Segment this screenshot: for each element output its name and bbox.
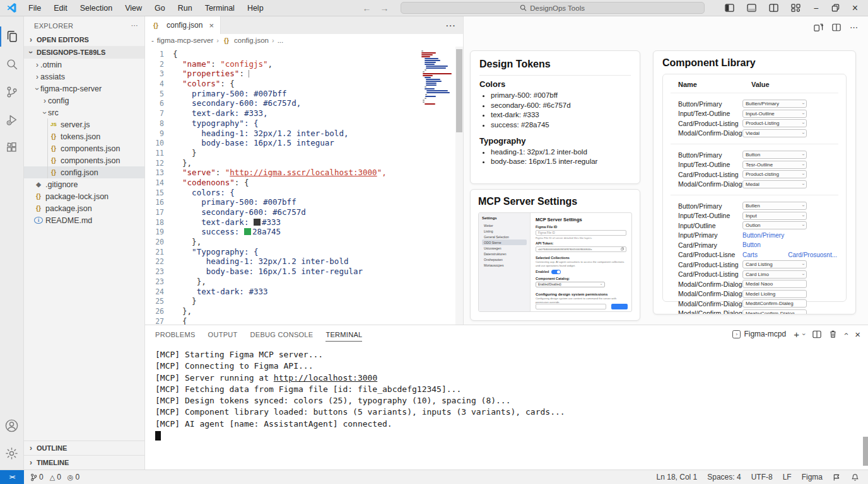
mini-bottom-input[interactable]	[536, 304, 606, 309]
minimize-icon[interactable]: −	[813, 3, 818, 13]
component-variant-select[interactable]: Tesr-Outline›	[742, 161, 807, 169]
code-line[interactable]: 15 colors: {	[145, 188, 419, 198]
component-variant-select[interactable]: Butten/Primary›	[742, 100, 807, 108]
component-variant-select[interactable]: Input-Outline›	[742, 110, 807, 118]
menu-selection[interactable]: Selection	[74, 2, 118, 14]
status-lf[interactable]: LF	[783, 473, 792, 481]
menu-run[interactable]: Run	[172, 2, 198, 14]
tree-item-tokensjson[interactable]: {}tokens.json	[24, 130, 144, 142]
terminal-profile[interactable]: › Figma-mcpd	[732, 330, 786, 338]
status-warning-icon[interactable]: △0	[50, 473, 61, 481]
code-line[interactable]: 18 text-dark: #333	[145, 217, 419, 228]
forward-icon[interactable]: →	[380, 4, 389, 13]
feedback-icon[interactable]	[833, 473, 841, 481]
component-extra-link[interactable]: Card/Prosuosnt...	[788, 251, 837, 258]
tree-item-figma-mcp-server[interactable]: ›figma-mcp-server	[24, 83, 144, 95]
tree-item-src[interactable]: ›src	[24, 107, 144, 118]
tree-item-package-lockjson[interactable]: {}package-lock.json	[24, 190, 144, 202]
component-variant-select[interactable]: Card Listing›	[742, 260, 807, 268]
mini-settings-item[interactable]: Wetter	[482, 222, 527, 228]
layout-split-icon[interactable]	[769, 4, 778, 12]
menu-file[interactable]: File	[23, 2, 47, 14]
component-variant-select[interactable]: Product-Listing›	[742, 119, 807, 127]
component-variant-select[interactable]: Product-cisting›	[742, 170, 807, 178]
explorer-icon[interactable]	[0, 23, 24, 50]
mini-settings-item[interactable]: Datenstrukturen	[482, 251, 527, 256]
code-line[interactable]: 16 primary-500: #007bff	[145, 197, 419, 207]
panel-tab-output[interactable]: OUTPUT	[208, 327, 238, 342]
mini-settings-item[interactable]: General Selection	[482, 234, 527, 239]
copy-icon[interactable]	[621, 247, 624, 251]
component-input[interactable]: MeabyConfirm-Dialog	[742, 309, 807, 314]
status-branch-icon[interactable]: 0	[30, 473, 44, 481]
figma-file-id-input[interactable]: Figma File ID	[536, 230, 626, 236]
code-line[interactable]: 2 "name": "configjs",	[145, 59, 419, 69]
code-line[interactable]: 10 body-base: 16px/1.5 integuar	[145, 138, 419, 148]
status-ln-18-col-1[interactable]: Ln 18, Col 1	[657, 473, 698, 481]
component-link[interactable]: Carts	[742, 251, 758, 258]
component-variant-select[interactable]: Button›	[742, 151, 807, 159]
mini-save-button[interactable]	[611, 304, 628, 309]
code-line[interactable]: 23 },	[145, 277, 419, 287]
account-icon[interactable]	[0, 412, 24, 439]
customize-layout-icon[interactable]	[791, 4, 801, 12]
back-icon[interactable]: ←	[363, 4, 372, 13]
code-line[interactable]: 23 body-base: 16px/1.5 inter-regular	[145, 267, 419, 277]
component-variant-select[interactable]: Outlon›	[742, 221, 807, 229]
timeline-section[interactable]: › TIMELINE	[24, 456, 144, 470]
code-line[interactable]: 26 },	[145, 306, 419, 316]
code-line[interactable]: 25 }	[145, 296, 419, 306]
status-utf-8[interactable]: UTF-8	[751, 473, 773, 481]
tree-item-componentsjson[interactable]: {}components.json	[24, 154, 144, 166]
mini-settings-item[interactable]: Onshepsoten	[482, 256, 527, 262]
tree-item-readmemd[interactable]: iREADME.md	[24, 214, 144, 226]
code-line[interactable]: 20 },	[145, 237, 419, 247]
code-line[interactable]: 8 typography": {	[145, 118, 419, 129]
status-error-icon[interactable]: ◎0	[67, 473, 79, 481]
mini-settings-item[interactable]: Listing	[482, 228, 527, 234]
layout-panel-icon[interactable]	[747, 4, 756, 12]
remote-indicator[interactable]: ><	[0, 470, 24, 484]
code-line[interactable]: 1{	[145, 49, 419, 59]
component-variant-select[interactable]: Butlen›	[742, 202, 807, 210]
tree-item-packagejson[interactable]: {}package.json	[24, 202, 144, 214]
panel-tab-debug-console[interactable]: DEBUG CONSOLE	[250, 327, 314, 342]
menu-terminal[interactable]: Terminal	[199, 2, 240, 14]
code-line[interactable]: 21 "Typography: {	[145, 247, 419, 257]
component-variant-select[interactable]: Viedal›	[742, 129, 807, 137]
notifications-bell-icon[interactable]	[851, 473, 859, 481]
close-window-icon[interactable]: ×	[852, 3, 858, 14]
explorer-more-icon[interactable]: ⋯	[131, 21, 138, 30]
component-link[interactable]: Button/Primery	[742, 232, 784, 239]
menu-view[interactable]: View	[119, 2, 148, 14]
mini-settings-item[interactable]: Mortausocpes	[482, 262, 527, 268]
component-link[interactable]: Button	[742, 241, 761, 248]
code-line[interactable]: 4 "colors": {	[145, 79, 419, 89]
code-line[interactable]: 17 secondary-600: #6c757d	[145, 207, 419, 217]
tree-item-configjson[interactable]: {}config.json	[24, 166, 144, 178]
component-input[interactable]: Medel Lioling	[742, 290, 807, 298]
tree-item-otmin[interactable]: ›.otmin	[24, 59, 144, 71]
menu-help[interactable]: Help	[242, 2, 269, 14]
run-debug-icon[interactable]	[0, 106, 24, 134]
layout-sidebar-icon[interactable]	[725, 4, 734, 12]
tab-config-json[interactable]: {} config.json ×	[145, 16, 221, 34]
terminal-output[interactable]: [MCP] Starting Figma MCP server...[MCP] …	[145, 343, 868, 470]
search-view-icon[interactable]	[0, 50, 24, 78]
component-input[interactable]: Medal Naoo	[742, 280, 807, 288]
code-line[interactable]: 14 "codenoons": {	[145, 178, 419, 188]
tab-close-icon[interactable]: ×	[209, 21, 214, 30]
code-line[interactable]: 27 {	[145, 316, 419, 325]
breadcrumb[interactable]: - figma-mcp-server › {} config.json › ..…	[145, 34, 463, 47]
code-line[interactable]: 24 text-dark: #333	[145, 287, 419, 297]
menu-go[interactable]: Go	[149, 2, 171, 14]
enabled-toggle[interactable]	[551, 270, 561, 275]
code-line[interactable]: 13 "serve": "http://igma.sscr/localhost:…	[145, 168, 419, 178]
editor-scrollbar[interactable]	[455, 47, 463, 325]
component-variant-select[interactable]: Card Limo›	[742, 270, 807, 279]
component-input[interactable]: MedbtConfirm-Dialeg	[742, 299, 807, 308]
open-changes-icon[interactable]	[814, 23, 823, 32]
code-editor[interactable]: 1{2 "name": "configjs",3 "properties": 4…	[145, 47, 463, 325]
terminal-dropdown-icon[interactable]: ›	[801, 333, 807, 335]
mini-settings-item[interactable]: Ustuvwegen	[482, 245, 527, 251]
